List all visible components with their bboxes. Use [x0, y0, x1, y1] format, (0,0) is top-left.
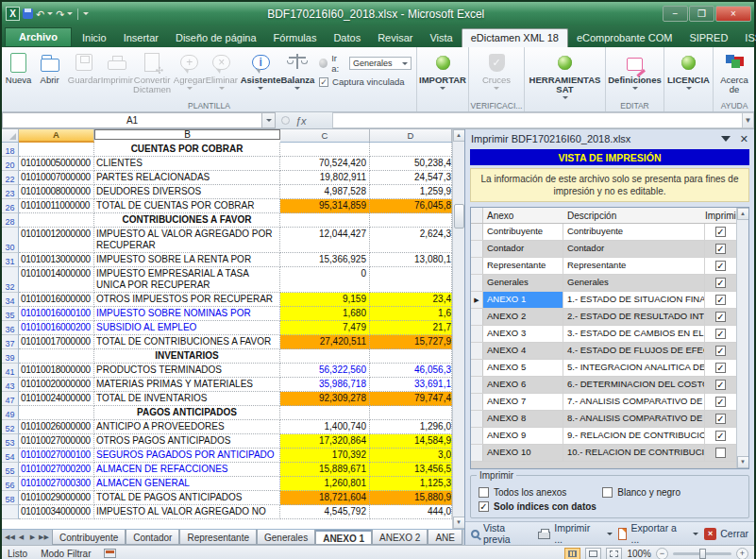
- anexo-cell[interactable]: Contador: [483, 241, 563, 257]
- cell-description[interactable]: PRODUCTOS TERMINADOS: [94, 364, 280, 378]
- cell-value-c[interactable]: [280, 143, 370, 157]
- row-number[interactable]: 23: [2, 185, 19, 199]
- row-number[interactable]: 55: [2, 463, 19, 477]
- print-checkbox[interactable]: ✓: [715, 295, 726, 305]
- cell-description[interactable]: TOTAL DE CUENTAS POR COBRAR: [94, 199, 280, 213]
- cell-description[interactable]: CUENTAS POR COBRAR: [94, 143, 280, 157]
- cell-code[interactable]: 01010018000000: [19, 364, 94, 378]
- ribbon-tab-sipred[interactable]: SIPRED: [680, 29, 736, 47]
- row-number[interactable]: [2, 505, 19, 519]
- cell-code[interactable]: 01010024000000: [19, 392, 94, 406]
- vista-previa-button[interactable]: Vista previa: [471, 522, 534, 545]
- cell-value-c[interactable]: [280, 406, 370, 420]
- blanco-checkbox[interactable]: [602, 487, 613, 498]
- print-checkbox[interactable]: ✓: [715, 397, 726, 407]
- anexo-cell[interactable]: ANEXO 4: [483, 343, 563, 359]
- anexo-cell[interactable]: ANEXO 8: [483, 411, 563, 427]
- redo-caret-icon[interactable]: [67, 12, 73, 15]
- cell-value-c[interactable]: 0: [280, 267, 370, 293]
- anexo-cell[interactable]: ANEXO 1: [483, 292, 563, 308]
- cell-code[interactable]: 01010007000000: [19, 171, 94, 185]
- cell-description[interactable]: DEUDORES DIVERSOS: [94, 185, 280, 199]
- imprimir-pane-button[interactable]: Imprimir ...: [538, 522, 600, 545]
- cell-code[interactable]: 01010027000200: [19, 463, 94, 477]
- cell-value-c[interactable]: 15,889,671: [280, 463, 370, 477]
- row-number[interactable]: 58: [2, 491, 19, 505]
- ribbon-tab-datos[interactable]: Datos: [325, 29, 369, 47]
- cell-description[interactable]: ALMACEN GENERAL: [94, 477, 280, 491]
- descripcion-cell[interactable]: 2.- ESTADO DE RESULTADO INTEGRAL: [563, 309, 705, 325]
- cerrar-button[interactable]: ×Cerrar: [704, 528, 748, 540]
- scroll-up-icon[interactable]: ▲: [453, 129, 465, 142]
- cell-value-d[interactable]: 21,7: [370, 321, 452, 335]
- sheet-tab-generales[interactable]: Generales: [257, 530, 315, 545]
- row-number[interactable]: 32: [2, 267, 19, 293]
- cell-code[interactable]: 01010026000000: [19, 420, 94, 434]
- cell-value-c[interactable]: 4,987,528: [280, 185, 370, 199]
- cell-code[interactable]: 01010016000200: [19, 321, 94, 335]
- cell-value-d[interactable]: 50,238,4: [370, 157, 452, 171]
- cell-code[interactable]: [19, 349, 94, 364]
- sheet-tab-anexo-1[interactable]: ANEXO 1: [315, 530, 372, 545]
- pane-close-icon[interactable]: ✕: [740, 133, 748, 145]
- row-number[interactable]: 26: [2, 199, 19, 213]
- descripcion-cell[interactable]: 10.- RELACION DE CONTRIBUCIONES ...: [563, 445, 705, 461]
- imprimir-button[interactable]: Imprimir: [101, 49, 133, 85]
- sheet-tab-contribuyente[interactable]: Contribuyente: [52, 530, 126, 545]
- cell-code[interactable]: [19, 143, 94, 157]
- row-number[interactable]: 53: [2, 434, 19, 449]
- row-number[interactable]: 31: [2, 253, 19, 267]
- print-checkbox[interactable]: ✓: [715, 312, 726, 322]
- zoom-in-icon[interactable]: +: [736, 548, 748, 559]
- row-number[interactable]: 43: [2, 378, 19, 392]
- ribbon-tab-edictamen-xml-18[interactable]: eDictamen XML 18: [462, 28, 568, 47]
- cell-value-d[interactable]: 33,691,1: [370, 378, 452, 392]
- row-number[interactable]: 56: [2, 477, 19, 491]
- cell-code[interactable]: 01010020000000: [19, 378, 94, 392]
- cell-value-c[interactable]: 95,314,859: [280, 199, 370, 213]
- cell-description[interactable]: ALMACEN DE REFACCIONES: [94, 463, 280, 477]
- row-number[interactable]: 22: [2, 171, 19, 185]
- cell-value-d[interactable]: 2,624,3: [370, 228, 452, 253]
- cell-description[interactable]: OTROS PAGOS ANTICIPADOS: [94, 434, 280, 449]
- page-layout-view-button[interactable]: [585, 548, 601, 559]
- descripcion-cell[interactable]: Representante: [563, 258, 705, 274]
- print-checkbox[interactable]: ✓: [715, 363, 726, 373]
- cell-value-d[interactable]: 15,880,9: [370, 491, 452, 505]
- undo-icon[interactable]: ↶: [36, 8, 44, 21]
- redo-icon[interactable]: ↷: [56, 8, 64, 21]
- cell-value-d[interactable]: 24,547,3: [370, 171, 452, 185]
- cell-value-c[interactable]: 17,320,864: [280, 434, 370, 449]
- cell-value-d[interactable]: [370, 349, 452, 364]
- herramientas-sat-button[interactable]: HERRAMIENTAS SAT: [526, 49, 604, 99]
- cell-value-d[interactable]: 23,4: [370, 293, 452, 307]
- pane-table-scrollbar[interactable]: ▲ ▼: [736, 208, 748, 468]
- row-number[interactable]: 18: [2, 143, 19, 157]
- cell-code[interactable]: 01010005000000: [19, 157, 94, 171]
- grid-vertical-scrollbar[interactable]: ▲ ▼: [452, 129, 464, 529]
- cell-value-c[interactable]: 12,044,427: [280, 228, 370, 253]
- cell-description[interactable]: INVENTARIOS: [94, 349, 280, 364]
- cell-value-c[interactable]: 1,680: [280, 307, 370, 321]
- cell-description[interactable]: IMPUESTO EMPRESARIAL A TASA UNICA POR RE…: [94, 267, 280, 293]
- row-number[interactable]: 41: [2, 364, 19, 378]
- ir-a-dropdown[interactable]: Generales: [349, 57, 412, 70]
- cell-value-d[interactable]: 1,259,9: [370, 185, 452, 199]
- name-box-caret-icon[interactable]: [262, 112, 276, 128]
- cell-description[interactable]: IMPUESTO SOBRE NOMINAS POR RECUPERAR: [94, 307, 280, 321]
- column-header-d[interactable]: D: [370, 129, 452, 143]
- ribbon-tab-vista[interactable]: Vista: [421, 29, 461, 47]
- next-sheet-icon[interactable]: ▶: [27, 534, 38, 541]
- cell-code[interactable]: 01010013000000: [19, 253, 94, 267]
- cell-value-c[interactable]: 15,366,925: [280, 253, 370, 267]
- cell-value-c[interactable]: 56,322,560: [280, 364, 370, 378]
- anexo-cell[interactable]: ANEXO 2: [483, 309, 563, 325]
- descripcion-cell[interactable]: 6.- DETERMINACION DEL COSTO DE L...: [563, 377, 705, 393]
- cell-description[interactable]: IMPUESTO AL VALOR AGREGADO POR RECUPERAR: [94, 228, 280, 253]
- cell-value-c[interactable]: 9,159: [280, 293, 370, 307]
- importar-button[interactable]: IMPORTAR: [418, 49, 467, 90]
- cell-description[interactable]: CLIENTES: [94, 157, 280, 171]
- row-number[interactable]: 36: [2, 321, 19, 335]
- cell-code[interactable]: 01010012000000: [19, 228, 94, 253]
- save-icon[interactable]: [23, 8, 33, 19]
